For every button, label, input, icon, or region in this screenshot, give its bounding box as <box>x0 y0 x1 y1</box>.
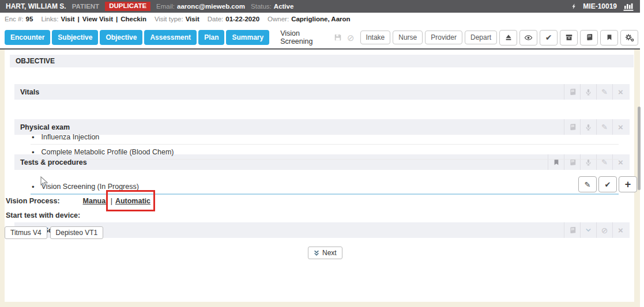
manual-link[interactable]: Manual <box>83 197 108 205</box>
tab-objective[interactable]: Objective <box>100 30 142 45</box>
status-label: Status: <box>251 3 272 10</box>
edit-button[interactable]: ✎ <box>578 176 597 192</box>
check-icon: ✔ <box>545 33 552 42</box>
tab-summary[interactable]: Summary <box>226 30 269 45</box>
patient-name: HART, WILLIAM S. <box>6 2 66 10</box>
close-icon[interactable]: × <box>612 222 628 238</box>
system-id: MIE-10019 <box>583 2 617 10</box>
test-item-label[interactable]: Complete Metabolic Profile (Blood Chem) <box>42 148 174 156</box>
enc-number-label: Enc #: <box>5 16 24 22</box>
device-titmus-button[interactable]: Titmus V4 <box>5 226 47 239</box>
status-value: Active <box>274 3 294 10</box>
vertical-scrollbar-thumb[interactable] <box>638 107 641 190</box>
vision-process-label: Vision Process: <box>6 197 60 205</box>
section-vision-screening[interactable]: Vision Screening ⊘ × <box>14 222 630 238</box>
link-separator: | <box>116 16 118 22</box>
annotation-highlight-box <box>106 190 155 211</box>
circle-slash-icon[interactable]: ⊘ <box>596 222 612 238</box>
test-item-label[interactable]: Influenza Injection <box>42 133 100 141</box>
visit-type-label: Visit type: <box>155 16 183 22</box>
duplicate-badge: DUPLICATE <box>105 2 150 11</box>
tab-subjective[interactable]: Subjective <box>52 30 98 45</box>
vision-item-actions: ✎ ✔ + <box>578 176 637 192</box>
links-label: Links: <box>41 16 58 22</box>
double-chevron-down-icon <box>314 249 319 257</box>
gears-icon <box>625 33 634 42</box>
chart-tab-label: Vision Screening <box>280 29 329 46</box>
link-visit[interactable]: Visit <box>61 16 74 22</box>
stage-depart-button[interactable]: Depart <box>465 31 497 44</box>
close-icon[interactable]: × <box>612 84 628 100</box>
tab-assessment[interactable]: Assessment <box>144 30 197 45</box>
owner-label: Owner: <box>268 16 289 22</box>
microphone-icon[interactable] <box>580 84 596 100</box>
encounter-info-bar: Enc #: 95 Links: Visit | View Visit | Ch… <box>0 13 640 25</box>
bookmark-icon <box>606 33 613 41</box>
current-chart-tab: Vision Screening ⊘ <box>274 26 360 48</box>
date-label: Date: <box>208 16 224 22</box>
next-button-label: Next <box>322 249 337 257</box>
start-test-label: Start test with device: <box>6 211 80 219</box>
documents-button[interactable] <box>580 30 598 46</box>
chevron-down-icon[interactable] <box>580 222 596 238</box>
view-button[interactable] <box>519 30 537 46</box>
archive-box-icon <box>565 33 573 41</box>
check-icon: ✔ <box>605 180 611 189</box>
section-objective-title: OBJECTIVE <box>10 57 55 65</box>
device-button-row: Titmus V4 Depisteo VT1 <box>5 226 106 239</box>
pencil-icon: ✎ <box>585 180 591 189</box>
bolt-icon[interactable] <box>571 2 577 10</box>
email-value: aaronc@mieweb.com <box>177 3 245 10</box>
vision-item-label[interactable]: Vision Screening (In Progress) <box>42 183 139 191</box>
enc-number-value: 95 <box>26 16 33 22</box>
plus-icon: + <box>625 179 631 189</box>
toolbar: Encounter Subjective Objective Assessmen… <box>0 26 640 48</box>
link-checkin[interactable]: Checkin <box>120 16 146 22</box>
eject-button[interactable] <box>499 30 517 46</box>
owner-value: Capriglione, Aaron <box>291 16 350 22</box>
pencil-icon[interactable]: ✎ <box>596 84 612 100</box>
stage-provider-button[interactable]: Provider <box>425 31 462 44</box>
bullet: • <box>32 133 35 142</box>
link-separator: | <box>78 16 80 22</box>
eye-icon <box>524 33 533 42</box>
bar-chart-icon[interactable] <box>623 2 634 12</box>
bullet: • <box>32 148 35 157</box>
settings-button[interactable] <box>620 30 638 46</box>
save-icon[interactable] <box>334 33 342 41</box>
complete-button[interactable]: ✔ <box>598 176 617 192</box>
journal-icon <box>585 33 593 41</box>
archive-button[interactable] <box>560 30 578 46</box>
section-vitals-title: Vitals <box>14 88 39 96</box>
journal-icon[interactable] <box>564 84 580 100</box>
device-depisteo-button[interactable]: Depisteo VT1 <box>50 226 104 239</box>
tab-encounter[interactable]: Encounter <box>5 30 50 45</box>
visit-type-value: Visit <box>186 16 199 22</box>
patient-header-bar: HART, WILLIAM S. PATIENT DUPLICATE Email… <box>0 0 640 13</box>
bookmark-button[interactable] <box>600 30 618 46</box>
bullet: • <box>32 183 35 191</box>
cancel-slash-icon[interactable]: ⊘ <box>347 33 355 42</box>
next-button-wrap: Next <box>308 247 342 259</box>
stage-nurse-button[interactable]: Nurse <box>393 31 423 44</box>
list-item-cmp: • Complete Metabolic Profile (Blood Chem… <box>31 145 619 160</box>
journal-icon[interactable] <box>564 222 580 238</box>
section-objective[interactable]: OBJECTIVE <box>10 55 634 67</box>
date-value: 01-22-2020 <box>225 16 259 22</box>
eject-icon <box>504 33 513 41</box>
patient-role-label: PATIENT <box>72 3 100 10</box>
add-button[interactable]: + <box>619 176 637 192</box>
stage-intake-button[interactable]: Intake <box>360 31 391 44</box>
next-button[interactable]: Next <box>308 247 342 259</box>
section-vitals[interactable]: Vitals ✎ × <box>14 84 630 100</box>
email-label: Email: <box>156 3 175 10</box>
list-item-influenza: • Influenza Injection <box>31 130 619 145</box>
sign-off-button[interactable]: ✔ <box>540 30 558 46</box>
link-view-visit[interactable]: View Visit <box>82 16 113 22</box>
tab-plan[interactable]: Plan <box>198 30 224 45</box>
